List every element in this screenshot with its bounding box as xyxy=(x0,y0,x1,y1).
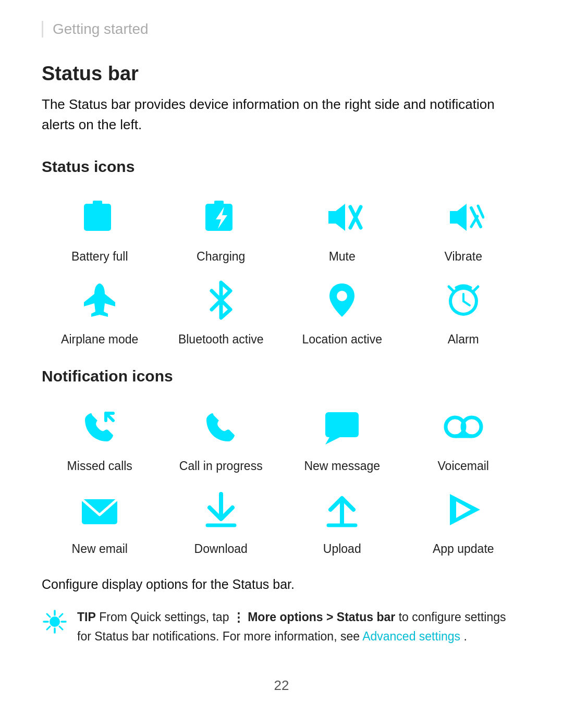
icon-cell-message: New message xyxy=(284,401,400,473)
svg-rect-0 xyxy=(84,204,111,231)
svg-line-35 xyxy=(47,614,50,617)
icon-cell-bluetooth: Bluetooth active xyxy=(163,274,279,347)
app-update-icon xyxy=(437,484,489,536)
download-label: Download xyxy=(194,542,248,556)
tip-text-end: . xyxy=(463,630,467,643)
battery-full-icon xyxy=(74,191,126,243)
upload-label: Upload xyxy=(323,542,361,556)
message-label: New message xyxy=(304,459,380,473)
missed-calls-label: Missed calls xyxy=(67,459,132,473)
svg-line-8 xyxy=(478,206,483,217)
upload-icon xyxy=(316,484,368,536)
icon-cell-mute: Mute xyxy=(284,191,400,264)
charging-icon xyxy=(195,191,247,243)
svg-point-30 xyxy=(50,616,60,627)
tip-content: TIP From Quick settings, tap ⋮ More opti… xyxy=(77,608,521,646)
svg-marker-19 xyxy=(325,437,340,445)
missed-calls-icon xyxy=(74,401,126,453)
icon-cell-voicemail: Voicemail xyxy=(406,401,522,473)
icon-cell-email: New email xyxy=(42,484,158,556)
icon-cell-app-update: App update xyxy=(406,484,522,556)
icon-cell-call: Call in progress xyxy=(163,401,279,473)
status-icons-grid: Battery full Charging Mute xyxy=(42,191,521,347)
alarm-icon xyxy=(437,274,489,326)
configure-text: Configure display options for the Status… xyxy=(42,577,521,592)
vibrate-label: Vibrate xyxy=(445,250,482,264)
breadcrumb: Getting started xyxy=(42,21,521,38)
icon-cell-location: Location active xyxy=(284,274,400,347)
status-icons-title: Status icons xyxy=(42,158,521,176)
download-icon xyxy=(195,484,247,536)
alarm-label: Alarm xyxy=(448,332,479,347)
svg-rect-1 xyxy=(93,201,102,205)
svg-rect-18 xyxy=(325,412,359,437)
advanced-settings-link[interactable]: Advanced settings xyxy=(362,630,460,643)
notification-icons-title: Notification icons xyxy=(42,367,521,385)
tip-box: TIP From Quick settings, tap ⋮ More opti… xyxy=(42,608,521,646)
icon-cell-charging: Charging xyxy=(163,191,279,264)
call-label: Call in progress xyxy=(179,459,263,473)
notification-icons-grid: Missed calls Call in progress New messag… xyxy=(42,401,521,556)
email-icon xyxy=(74,484,126,536)
icon-cell-vibrate: Vibrate xyxy=(406,191,522,264)
app-update-label: App update xyxy=(433,542,494,556)
icon-cell-missed-calls: Missed calls xyxy=(42,401,158,473)
svg-line-16 xyxy=(474,287,478,291)
bluetooth-icon xyxy=(195,274,247,326)
bluetooth-label: Bluetooth active xyxy=(178,332,264,347)
icon-cell-airplane: Airplane mode xyxy=(42,274,158,347)
mute-icon xyxy=(316,191,368,243)
svg-line-36 xyxy=(59,626,63,630)
vibrate-icon xyxy=(437,191,489,243)
svg-line-37 xyxy=(59,614,63,617)
voicemail-label: Voicemail xyxy=(438,459,489,473)
tip-icon xyxy=(42,609,68,635)
icon-cell-download: Download xyxy=(163,484,279,556)
mute-label: Mute xyxy=(329,250,356,264)
battery-full-label: Battery full xyxy=(71,250,128,264)
page-number: 22 xyxy=(42,677,521,694)
airplane-icon xyxy=(74,274,126,326)
icon-cell-alarm: Alarm xyxy=(406,274,522,347)
charging-label: Charging xyxy=(197,250,245,264)
message-icon xyxy=(316,401,368,453)
page-title: Status bar xyxy=(42,63,521,85)
tip-text-start: From Quick settings, tap xyxy=(99,610,232,624)
svg-rect-3 xyxy=(214,201,224,205)
call-icon xyxy=(195,401,247,453)
icon-cell-upload: Upload xyxy=(284,484,400,556)
email-label: New email xyxy=(72,542,128,556)
voicemail-icon xyxy=(437,401,489,453)
svg-point-10 xyxy=(337,291,347,301)
section-description: The Status bar provides device informati… xyxy=(42,94,521,135)
svg-line-15 xyxy=(449,287,453,291)
location-label: Location active xyxy=(302,332,382,347)
location-icon xyxy=(316,274,368,326)
icon-cell-battery-full: Battery full xyxy=(42,191,158,264)
tip-label: TIP xyxy=(77,610,96,624)
airplane-label: Airplane mode xyxy=(61,332,138,347)
tip-bold-text: ⋮ More options > Status bar xyxy=(232,610,395,624)
svg-line-38 xyxy=(47,626,50,630)
